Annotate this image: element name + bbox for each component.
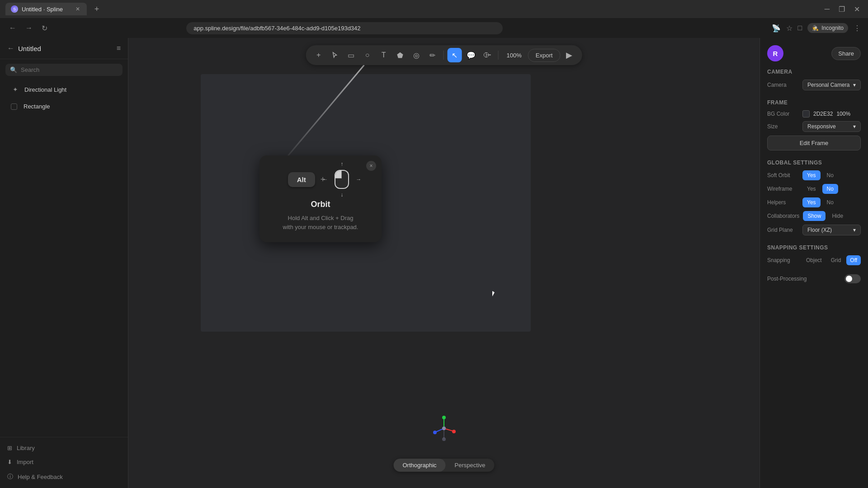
snapping-object[interactable]: Object: [802, 255, 826, 265]
soft-orbit-toggle: Yes No: [802, 170, 838, 180]
dialog-controls: Alt + ↑ ← → ↓: [270, 168, 371, 191]
post-processing-toggle[interactable]: [844, 274, 861, 283]
scene-item-directional-light[interactable]: ✦ Directional Light: [4, 81, 124, 98]
forward-button[interactable]: →: [24, 23, 34, 33]
frame-section: Frame BG Color 2D2E32 100% Size Responsi…: [767, 99, 861, 150]
gizmo[interactable]: [429, 414, 458, 443]
mouse-left-button: [335, 171, 342, 178]
snapping-label: Snapping: [767, 257, 799, 263]
snapping-grid[interactable]: Grid: [827, 255, 845, 265]
address-bar-row: ← → ↻ app.spline.design/file/adbfb567-34…: [0, 18, 868, 38]
path-tool[interactable]: ⬟: [393, 48, 407, 62]
play-button[interactable]: ▶: [562, 48, 576, 62]
helpers-no[interactable]: No: [822, 197, 838, 207]
soft-orbit-no[interactable]: No: [822, 170, 838, 180]
export-button[interactable]: Export: [528, 49, 561, 62]
bg-color-hex: 2D2E32: [813, 111, 833, 117]
toolbar-divider-2: [498, 51, 499, 60]
sidebar-menu-button[interactable]: ≡: [117, 44, 121, 52]
collaborators-show[interactable]: Show: [803, 211, 826, 221]
app-layout: ← Untitled ≡ 🔍 ✦ Directional Light Recta…: [0, 38, 868, 488]
helpers-label: Helpers: [767, 199, 799, 206]
size-chevron-icon: ▾: [853, 123, 856, 130]
snapping-section: Snapping Settings Snapping Object Grid O…: [767, 244, 861, 265]
mouse-icon-wrap: ↑ ← → ↓: [330, 168, 353, 191]
bookmark-icon[interactable]: ☆: [786, 24, 793, 33]
snapping-off[interactable]: Off: [846, 255, 861, 265]
size-label: Size: [767, 123, 799, 130]
svg-point-3: [452, 430, 456, 433]
wireframe-toggle: Yes No: [802, 184, 838, 194]
snapping-row: Snapping Object Grid Off: [767, 255, 861, 265]
grid-plane-select[interactable]: Floor (XZ) ▾: [802, 225, 861, 235]
bg-color-swatch[interactable]: [802, 110, 810, 117]
rectangle-label: Rectangle: [24, 103, 50, 110]
cursor-tool[interactable]: ↖: [448, 48, 462, 62]
library-icon: ⊞: [7, 445, 12, 451]
post-processing-label: Post-Processing: [767, 276, 807, 282]
camera-select[interactable]: Personal Camera ▾: [802, 80, 861, 90]
maximize-button[interactable]: ❐: [836, 4, 848, 14]
tab-close-button[interactable]: ✕: [74, 5, 81, 13]
main-canvas[interactable]: + ▭ ○ T ⬟ ◎ ✏ ↖ 💬 ⌱ 100% Export ▶: [128, 38, 760, 488]
close-window-button[interactable]: ✕: [851, 4, 863, 14]
helpers-yes[interactable]: Yes: [802, 197, 821, 207]
frame-tool[interactable]: ⌱: [480, 48, 495, 62]
collaborators-label: Collaborators: [767, 213, 799, 219]
rectangle-checkbox[interactable]: [11, 103, 17, 110]
pen-tool[interactable]: ✏: [425, 48, 440, 62]
browser-tab[interactable]: S Untitled · Spline ✕: [5, 3, 87, 15]
perspective-button[interactable]: Perspective: [446, 459, 495, 472]
svg-point-1: [442, 416, 446, 419]
sidebar-back-button[interactable]: ←: [7, 44, 14, 52]
size-select[interactable]: Responsive ▾: [802, 121, 861, 132]
orthographic-button[interactable]: Orthographic: [393, 459, 445, 472]
rect-tool[interactable]: ▭: [344, 48, 359, 62]
text-tool[interactable]: T: [377, 48, 391, 62]
wireframe-yes[interactable]: Yes: [802, 184, 821, 194]
orbit-dialog-description: Hold Alt and Click + Drag with your mous…: [270, 214, 371, 231]
refresh-button[interactable]: ↻: [40, 23, 49, 33]
collaborators-hide[interactable]: Hide: [827, 211, 848, 221]
help-item[interactable]: ⓘ Help & Feedback: [0, 469, 128, 484]
camera-value: Personal Camera: [807, 82, 849, 88]
mouse-icon: [335, 170, 349, 189]
address-bar[interactable]: app.spline.design/file/adbfb567-34e6-484…: [186, 22, 503, 34]
add-button[interactable]: +: [311, 48, 326, 62]
new-tab-button[interactable]: +: [90, 3, 103, 15]
frame-section-title: Frame: [767, 99, 861, 106]
wireframe-no[interactable]: No: [822, 184, 838, 194]
comment-tool[interactable]: 💬: [464, 48, 478, 62]
arrow-down-icon: ↓: [340, 192, 343, 198]
orbit-dialog-title: Orbit: [270, 200, 371, 209]
select-tool[interactable]: [328, 48, 342, 62]
circle-tool[interactable]: ○: [360, 48, 375, 62]
library-item[interactable]: ⊞ Library: [0, 441, 128, 455]
edit-frame-button[interactable]: Edit Frame: [767, 136, 861, 150]
search-input[interactable]: [21, 66, 118, 73]
bg-color-opacity: 100%: [836, 111, 850, 117]
collaborators-row: Collaborators Show Hide: [767, 211, 861, 221]
search-bar: 🔍: [5, 64, 123, 76]
soft-orbit-yes[interactable]: Yes: [802, 170, 821, 180]
top-toolbar: + ▭ ○ T ⬟ ◎ ✏ ↖ 💬 ⌱ 100% Export ▶: [306, 45, 582, 65]
camera-label: Camera: [767, 82, 799, 88]
user-avatar[interactable]: R: [767, 45, 783, 61]
right-panel: R Share Camera Camera Personal Camera ▾ …: [760, 38, 868, 488]
minimize-button[interactable]: ─: [822, 4, 832, 14]
back-button[interactable]: ←: [7, 23, 18, 33]
library-label: Library: [17, 445, 35, 451]
share-button[interactable]: Share: [831, 47, 861, 60]
arrow-up-icon: ↑: [340, 161, 343, 167]
shape-tool[interactable]: ◎: [409, 48, 424, 62]
svg-point-5: [433, 431, 437, 434]
more-options-icon[interactable]: ⋮: [854, 24, 861, 33]
scene-item-rectangle[interactable]: Rectangle: [4, 99, 124, 113]
wireframe-row: Wireframe Yes No: [767, 184, 861, 194]
post-processing-row: Post-Processing: [767, 274, 861, 283]
extension-icon[interactable]: □: [798, 24, 802, 32]
sidebar-title: Untitled: [18, 45, 41, 52]
cast-icon[interactable]: 📡: [772, 24, 781, 33]
import-item[interactable]: ⬇ Import: [0, 455, 128, 469]
dialog-close-button[interactable]: ×: [366, 161, 376, 171]
